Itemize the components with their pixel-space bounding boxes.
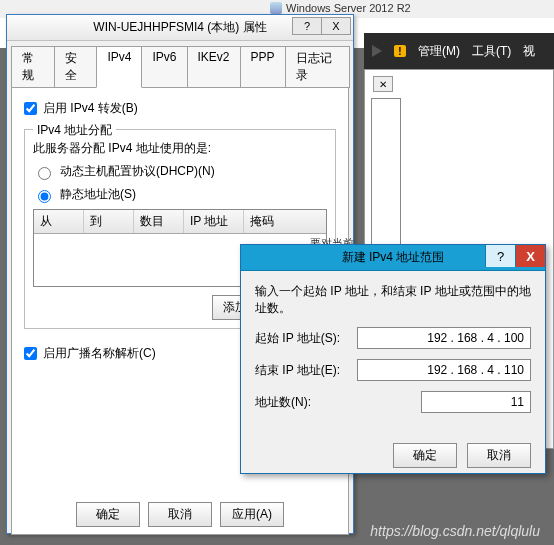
col-from: 从 — [34, 210, 84, 233]
taskbar-tab-label: Windows Server 2012 R2 — [286, 2, 411, 14]
dialog-help-button[interactable]: ? — [485, 245, 515, 267]
dialog-ok-button[interactable]: 确定 — [393, 443, 457, 468]
dialog-cancel-button[interactable]: 取消 — [467, 443, 531, 468]
ipv4-forwarding-label: 启用 IPv4 转发(B) — [43, 100, 138, 117]
col-to: 到 — [84, 210, 134, 233]
start-ip-label: 起始 IP 地址(S): — [255, 330, 347, 347]
end-ip-input[interactable]: 192 . 168 . 4 . 110 — [357, 359, 531, 381]
tab-ipv4[interactable]: IPv4 — [96, 46, 142, 88]
tab-ipv6[interactable]: IPv6 — [141, 46, 187, 88]
tab-ppp[interactable]: PPP — [240, 46, 286, 88]
dialog-close-button[interactable]: X — [515, 245, 545, 267]
properties-titlebar: WIN-UEJHHPFSMI4 (本地) 属性 ? X — [7, 15, 353, 41]
flag-icon — [372, 45, 382, 57]
close-button[interactable]: X — [321, 17, 351, 35]
warning-icon: ! — [394, 45, 406, 57]
tab-security[interactable]: 安全 — [54, 46, 98, 88]
col-count: 数目 — [134, 210, 184, 233]
count-label: 地址数(N): — [255, 394, 347, 411]
broadcast-checkbox[interactable] — [24, 347, 37, 360]
dialog-title: 新建 IPv4 地址范围 — [342, 249, 445, 266]
ipv4-forwarding-checkbox[interactable] — [24, 102, 37, 115]
server-manager-menubar: ! 管理(M) 工具(T) 视 — [364, 33, 554, 69]
menu-manage[interactable]: 管理(M) — [418, 43, 460, 60]
tab-ikev2[interactable]: IKEv2 — [187, 46, 241, 88]
apply-button[interactable]: 应用(A) — [220, 502, 284, 527]
panel-close-button[interactable]: ✕ — [373, 76, 393, 92]
help-button[interactable]: ? — [292, 17, 322, 35]
group-legend: IPv4 地址分配 — [33, 122, 116, 139]
menu-tools[interactable]: 工具(T) — [472, 43, 511, 60]
count-input[interactable]: 11 — [421, 391, 531, 413]
new-ipv4-range-dialog: 新建 IPv4 地址范围 ? X 输入一个起始 IP 地址，和结束 IP 地址或… — [240, 244, 546, 474]
properties-tabs: 常规 安全 IPv4 IPv6 IKEv2 PPP 日志记录 — [7, 41, 353, 87]
col-ip: IP 地址 — [184, 210, 244, 233]
menu-view[interactable]: 视 — [523, 43, 535, 60]
col-mask: 掩码 — [244, 210, 326, 233]
ok-button[interactable]: 确定 — [76, 502, 140, 527]
dialog-titlebar: 新建 IPv4 地址范围 ? X — [241, 245, 545, 271]
watermark-text: https://blog.csdn.net/qlqlulu — [370, 523, 540, 539]
radio-static[interactable] — [38, 190, 51, 203]
start-ip-input[interactable]: 192 . 168 . 4 . 100 — [357, 327, 531, 349]
broadcast-label: 启用广播名称解析(C) — [43, 345, 156, 362]
radio-dhcp[interactable] — [38, 167, 51, 180]
server-icon — [270, 2, 282, 14]
dialog-instruction: 输入一个起始 IP 地址，和结束 IP 地址或范围中的地址数。 — [255, 283, 531, 317]
tab-logging[interactable]: 日志记录 — [285, 46, 350, 88]
radio-static-label: 静态地址池(S) — [60, 186, 136, 203]
cancel-button[interactable]: 取消 — [148, 502, 212, 527]
radio-dhcp-label: 动态主机配置协议(DHCP)(N) — [60, 163, 215, 180]
end-ip-label: 结束 IP 地址(E): — [255, 362, 347, 379]
tab-general[interactable]: 常规 — [11, 46, 55, 88]
group-caption: 此服务器分配 IPv4 地址使用的是: — [33, 140, 327, 157]
properties-title: WIN-UEJHHPFSMI4 (本地) 属性 — [93, 19, 266, 36]
